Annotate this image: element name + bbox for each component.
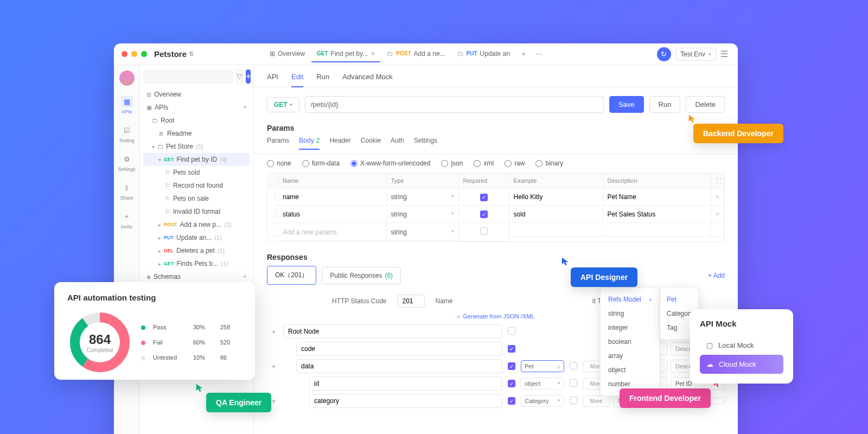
- cell-type[interactable]: string▾: [387, 189, 459, 206]
- schema-name[interactable]: code: [296, 342, 502, 356]
- cell-required[interactable]: ✓: [459, 189, 509, 206]
- sidebar-delete[interactable]: ▸DELDeletes a pet(1): [143, 244, 250, 257]
- cell-description[interactable]: Pet Name: [603, 189, 712, 206]
- schema-name[interactable]: data: [296, 359, 502, 373]
- schema-name[interactable]: id: [309, 376, 502, 391]
- tab-update[interactable]: 🗀 PUT Update an: [452, 47, 515, 62]
- type-select[interactable]: object▾: [521, 378, 564, 390]
- nullable-checkbox[interactable]: [570, 379, 577, 387]
- subnav-run[interactable]: Run: [316, 73, 329, 87]
- type-item[interactable]: boolean: [601, 335, 659, 349]
- method-select[interactable]: GET▾: [267, 97, 299, 112]
- drag-handle[interactable]: ⋮⋮: [267, 189, 278, 206]
- cell-example[interactable]: sold: [509, 206, 603, 223]
- maximize-window[interactable]: [141, 51, 147, 57]
- cloud-mock-item[interactable]: ☁Cloud Mock: [700, 355, 783, 374]
- required-checkbox[interactable]: ✓: [508, 362, 515, 370]
- rail-invite[interactable]: ＋Invite: [116, 210, 138, 229]
- type-item[interactable]: string: [601, 307, 659, 321]
- run-button[interactable]: Run: [649, 96, 681, 113]
- user-avatar[interactable]: [119, 71, 135, 86]
- subnav-mock[interactable]: Advanced Mock: [342, 73, 393, 87]
- nullable-checkbox[interactable]: [570, 397, 577, 404]
- delete-row-icon[interactable]: ×: [711, 189, 724, 206]
- more-tabs-button[interactable]: ⋯: [532, 50, 546, 58]
- sidebar-search-input[interactable]: [143, 69, 233, 84]
- nullable-checkbox[interactable]: [570, 362, 577, 369]
- expand-icon[interactable]: ▾: [267, 363, 280, 369]
- close-icon[interactable]: ×: [371, 49, 375, 58]
- close-window[interactable]: [122, 51, 127, 57]
- required-checkbox[interactable]: ✓: [508, 345, 515, 353]
- body-type-raw[interactable]: raw: [505, 159, 525, 167]
- subnav-api[interactable]: API: [267, 73, 278, 87]
- local-mock-item[interactable]: ▢Local Mock: [700, 336, 783, 355]
- sidebar-response-2[interactable]: ⚐Record not found: [143, 179, 250, 192]
- param-tab-cookie[interactable]: Cookie: [361, 137, 381, 149]
- required-checkbox[interactable]: [508, 327, 515, 335]
- rail-apis[interactable]: ▦APIs: [116, 95, 138, 114]
- param-tab-body[interactable]: Body2: [299, 137, 320, 150]
- sidebar-root[interactable]: 🗀Root: [143, 114, 250, 127]
- subnav-edit[interactable]: Edit: [291, 73, 303, 87]
- body-type-xwww[interactable]: X-www-form-urlencoded: [350, 159, 430, 167]
- cell-example[interactable]: Hello Kitty: [509, 189, 603, 206]
- refs-model-item[interactable]: Refs Model›: [601, 292, 659, 307]
- type-item[interactable]: integer: [601, 321, 659, 335]
- plus-icon[interactable]: +: [243, 104, 247, 111]
- filter-icon[interactable]: ▽: [237, 69, 242, 84]
- status-code-input[interactable]: [398, 295, 425, 308]
- sidebar-petstore[interactable]: ▾🗀Pet Store(5): [143, 140, 250, 153]
- expand-icon[interactable]: ▾: [267, 329, 280, 335]
- new-tab-button[interactable]: +: [516, 50, 531, 58]
- required-checkbox[interactable]: ✓: [508, 380, 515, 387]
- param-tab-auth[interactable]: Auth: [391, 137, 404, 149]
- menu-icon[interactable]: ☰: [720, 49, 730, 59]
- schema-name[interactable]: Root Node: [283, 324, 502, 339]
- cell-description[interactable]: Pet Sales Status: [603, 206, 712, 223]
- more-button[interactable]: More: [583, 395, 610, 407]
- type-item[interactable]: object: [601, 363, 659, 377]
- ref-item[interactable]: Pet: [660, 292, 698, 307]
- tab-findpet[interactable]: GET Find pet by... ×: [311, 46, 380, 62]
- body-type-binary[interactable]: binary: [535, 159, 563, 167]
- table-row-placeholder[interactable]: Add a new paramsstring▾: [267, 223, 724, 241]
- cell-name[interactable]: Add a new params: [278, 224, 387, 241]
- sidebar-response-1[interactable]: ⚐Pets sold: [143, 166, 250, 179]
- cell-type[interactable]: string▾: [387, 206, 459, 223]
- body-type-formdata[interactable]: form-data: [302, 159, 340, 167]
- minimize-window[interactable]: [131, 51, 137, 57]
- sidebar-apis[interactable]: ▣APIs+: [143, 101, 250, 114]
- sidebar-findpet[interactable]: ▾GETFind pet by ID(4): [143, 153, 250, 166]
- type-select[interactable]: Pet⌕: [521, 360, 564, 372]
- param-tab-params[interactable]: Params: [267, 137, 289, 149]
- tab-addnew[interactable]: 🗀 POST Add a ne...: [381, 47, 450, 62]
- expand-icon[interactable]: ⛶: [711, 173, 724, 189]
- sync-icon[interactable]: ↻: [657, 47, 671, 61]
- body-type-none[interactable]: none: [267, 159, 291, 167]
- add-button[interactable]: +: [246, 69, 251, 84]
- sidebar-response-4[interactable]: ⚐Invalid ID format: [143, 205, 250, 218]
- resp-tab-ok[interactable]: OK（201）: [267, 266, 316, 285]
- sidebar-update[interactable]: ▸PUTUpdate an...(1): [143, 231, 250, 244]
- type-select[interactable]: Category▾: [521, 395, 564, 407]
- drag-handle[interactable]: ⋮⋮: [267, 206, 278, 223]
- resp-tab-public[interactable]: Public Responses(6): [322, 267, 401, 284]
- sidebar-overview[interactable]: ⊞Overview: [143, 88, 250, 101]
- environment-select[interactable]: Test Env ▾: [675, 48, 716, 61]
- cell-required[interactable]: [459, 223, 509, 241]
- rail-settings[interactable]: ⚙Settings: [116, 153, 138, 172]
- cell-required[interactable]: ✓: [459, 206, 509, 224]
- rail-share[interactable]: ⇪Share: [116, 182, 138, 201]
- rail-testing[interactable]: ☑Testing: [116, 124, 138, 143]
- param-tab-header[interactable]: Header: [329, 137, 350, 149]
- cell-name[interactable]: name: [278, 189, 387, 206]
- sidebar-schemas[interactable]: ◈Schemas+: [143, 270, 250, 283]
- param-tab-settings[interactable]: Settings: [414, 137, 437, 149]
- schema-name[interactable]: category: [309, 394, 502, 408]
- project-selector[interactable]: Petstore ⇅: [154, 49, 194, 59]
- sidebar-addnew[interactable]: ▸POSTAdd a new p...(1): [143, 218, 250, 231]
- path-input[interactable]: [305, 96, 604, 113]
- tab-overview[interactable]: ⊞ Overview: [264, 47, 310, 62]
- sidebar-response-3[interactable]: ⚐Pets on sale: [143, 192, 250, 205]
